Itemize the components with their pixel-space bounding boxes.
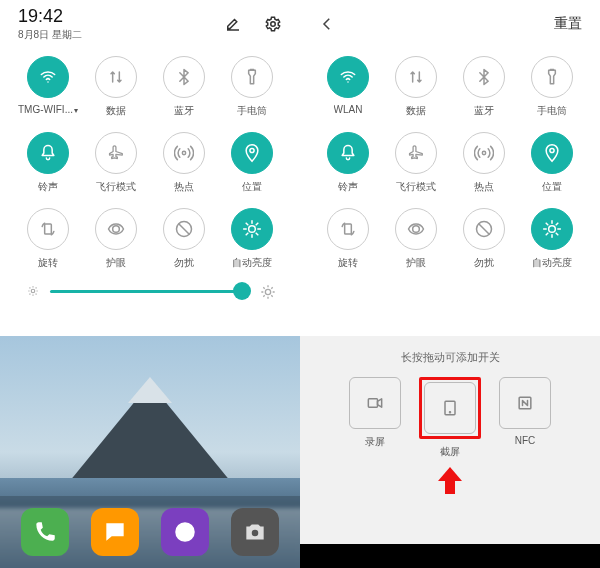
tile-label: 手电筒 [537, 104, 567, 118]
tile-bluetooth[interactable]: 蓝牙 [450, 56, 518, 118]
data-icon[interactable] [395, 56, 437, 98]
dock-app-phone[interactable] [21, 508, 69, 556]
tile-label: 数据 [106, 104, 126, 118]
ring-icon[interactable] [327, 132, 369, 174]
tile-label: 数据 [406, 104, 426, 118]
tile-bluetooth[interactable]: 蓝牙 [150, 56, 218, 118]
tile-hotspot[interactable]: 热点 [450, 132, 518, 194]
homescreen-dock [0, 496, 300, 568]
data-icon[interactable] [95, 56, 137, 98]
quick-settings-pane-left: 19:42 8月8日 星期二 TMG-WIFI...数据蓝牙手电筒铃声飞行模式热… [0, 0, 300, 568]
location-icon[interactable] [531, 132, 573, 174]
ring-icon[interactable] [27, 132, 69, 174]
wifi-icon[interactable] [27, 56, 69, 98]
tile-flashlight[interactable]: 手电筒 [518, 56, 586, 118]
tile-airplane[interactable]: 飞行模式 [82, 132, 150, 194]
eyecare-icon[interactable] [395, 208, 437, 250]
highlight-arrow [300, 467, 600, 481]
svg-point-7 [31, 289, 35, 293]
tile-rotate[interactable]: 旋转 [14, 208, 82, 270]
add-tile-screenshot[interactable]: 截屏 [419, 377, 481, 459]
svg-point-16 [549, 226, 556, 233]
nav-bar [300, 544, 600, 568]
location-icon[interactable] [231, 132, 273, 174]
tile-eyecare[interactable]: 护眼 [82, 208, 150, 270]
tile-label: 蓝牙 [174, 104, 194, 118]
tile-location[interactable]: 位置 [518, 132, 586, 194]
tile-label: 截屏 [440, 445, 460, 459]
tile-ring[interactable]: 铃声 [314, 132, 382, 194]
tile-label: 铃声 [38, 180, 58, 194]
svg-point-12 [550, 148, 554, 152]
dnd-icon[interactable] [463, 208, 505, 250]
hotspot-icon[interactable] [463, 132, 505, 174]
tile-label: NFC [515, 435, 536, 446]
autobright-icon[interactable] [231, 208, 273, 250]
tile-autobright[interactable]: 自动亮度 [518, 208, 586, 270]
record-icon[interactable] [349, 377, 401, 429]
autobright-icon[interactable] [531, 208, 573, 250]
svg-point-0 [271, 22, 276, 27]
svg-rect-3 [45, 224, 52, 234]
dock-app-browser[interactable] [161, 508, 209, 556]
dnd-icon[interactable] [163, 208, 205, 250]
tile-location[interactable]: 位置 [218, 132, 286, 194]
airplane-icon[interactable] [395, 132, 437, 174]
tile-label: 热点 [474, 180, 494, 194]
svg-rect-13 [345, 224, 352, 234]
nfc-icon[interactable] [499, 377, 551, 429]
reset-button[interactable]: 重置 [554, 15, 582, 33]
rotate-icon[interactable] [27, 208, 69, 250]
dock-app-camera[interactable] [231, 508, 279, 556]
tile-label: 录屏 [365, 435, 385, 449]
compose-icon[interactable] [224, 15, 242, 33]
tile-dnd[interactable]: 勿扰 [150, 208, 218, 270]
homescreen-wallpaper [0, 336, 300, 568]
edit-header: 重置 [300, 0, 600, 48]
flashlight-icon[interactable] [531, 56, 573, 98]
tile-label: 铃声 [338, 180, 358, 194]
tile-eyecare[interactable]: 护眼 [382, 208, 450, 270]
tile-dnd[interactable]: 勿扰 [450, 208, 518, 270]
edit-settings-grid: WLAN数据蓝牙手电筒铃声飞行模式热点位置旋转护眼勿扰自动亮度 [300, 48, 600, 270]
tile-label: 飞行模式 [96, 180, 136, 194]
gear-icon[interactable] [264, 15, 282, 33]
tile-hotspot[interactable]: 热点 [150, 132, 218, 194]
bluetooth-icon[interactable] [163, 56, 205, 98]
flashlight-icon[interactable] [231, 56, 273, 98]
brightness-slider[interactable] [50, 290, 250, 293]
hotspot-icon[interactable] [163, 132, 205, 174]
status-bar: 19:42 8月8日 星期二 [0, 0, 300, 48]
add-tile-nfc[interactable]: NFC [499, 377, 551, 459]
tile-rotate[interactable]: 旋转 [314, 208, 382, 270]
brightness-thumb[interactable] [233, 282, 251, 300]
tile-label: 自动亮度 [232, 256, 272, 270]
tile-autobright[interactable]: 自动亮度 [218, 208, 286, 270]
airplane-icon[interactable] [95, 132, 137, 174]
tile-data[interactable]: 数据 [382, 56, 450, 118]
svg-point-11 [482, 151, 485, 154]
svg-point-2 [250, 148, 254, 152]
tile-data[interactable]: 数据 [82, 56, 150, 118]
bluetooth-icon[interactable] [463, 56, 505, 98]
svg-point-1 [182, 151, 185, 154]
add-tile-record[interactable]: 录屏 [349, 377, 401, 459]
eyecare-icon[interactable] [95, 208, 137, 250]
back-icon[interactable] [318, 15, 336, 33]
svg-point-9 [175, 522, 195, 542]
tile-label: 旋转 [38, 256, 58, 270]
brightness-high-icon [260, 284, 274, 298]
tile-airplane[interactable]: 飞行模式 [382, 132, 450, 194]
dock-app-msg[interactable] [91, 508, 139, 556]
status-actions [224, 15, 282, 33]
tile-wifi[interactable]: TMG-WIFI... [14, 56, 82, 118]
tile-flashlight[interactable]: 手电筒 [218, 56, 286, 118]
rotate-icon[interactable] [327, 208, 369, 250]
screenshot-icon[interactable] [424, 382, 476, 434]
tile-wifi[interactable]: WLAN [314, 56, 382, 118]
svg-point-4 [113, 226, 120, 233]
add-toggles-section: 长按拖动可添加开关 录屏截屏NFC [300, 336, 600, 568]
tile-ring[interactable]: 铃声 [14, 132, 82, 194]
wifi-icon[interactable] [327, 56, 369, 98]
svg-point-8 [265, 289, 270, 294]
